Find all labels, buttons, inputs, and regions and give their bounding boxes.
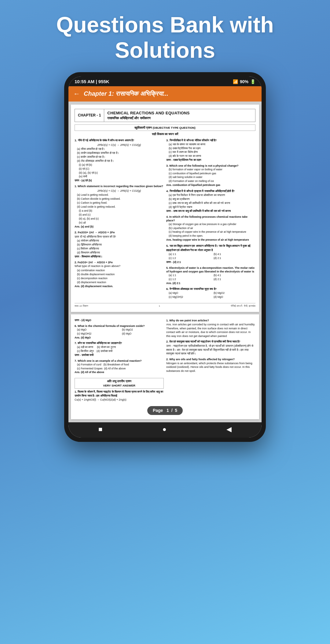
q2-en-d: (d) displacement reaction [75, 281, 164, 284]
r-q5-en-title: 5. Electrolysis of water is a decomposit… [166, 266, 255, 274]
p2-q6-opts: (a) MgO (c) Mg(OH)2 (b) MgO2 (d) MgO [75, 328, 164, 336]
q1-en-iv: (iv) all [75, 221, 164, 225]
r-q4-b: (b) वायु का द्रवीकरण [166, 198, 255, 201]
r-q4-en-a: (a) Storage of oxygen gas at low pressur… [166, 223, 255, 226]
phone-screen: 10:55 AM | 955K 📶 90% 🔋 ← Chapter 1: रास… [68, 76, 262, 438]
question-1: 1. नीचे दी गई अभिक्रिया के संबंध में कौन… [75, 138, 164, 183]
p2-q7-hindi: 7. कौन सा रासायनिक अभिक्रिया का उदाहरण ह… [75, 341, 164, 357]
page-label: Page [153, 408, 163, 413]
r-q5-en-col1: (a) 1:1 (c) 1:2 [166, 274, 211, 282]
page-indicator-container: Page 1 / 5 [75, 406, 255, 415]
r-q4-ans: उत्तर - उच्च ताप पर वायु की उपस्थिति में… [166, 209, 255, 213]
pages-container: CHAPTER - 1 CHEMICAL REACTIONS AND EQUAT… [68, 102, 262, 423]
chapter-title-hi: रासायनिक अभिक्रियाएँ और समीकरण [107, 116, 252, 120]
r-q3-en-title: 3. Which one of the following is not a p… [166, 164, 255, 168]
header-title: Chapter 1: रासायनिक अभिक्रिया... [84, 90, 168, 97]
r-q3-en-d: (d) salt being soluble in water [166, 176, 255, 179]
q1-opt-a: (a) सीसा अपचयित हो रहा है। [75, 147, 164, 151]
footer-left: कक्षा-10 विज्ञान [75, 304, 88, 308]
q1-sub-iii: (iii) (a), (b) एवं (c) [75, 171, 164, 175]
r-q4-a: (a) एक गैस सिलेंडर में निम्न दाब पर ऑक्स… [166, 194, 255, 197]
q1-en-ans: Ans. (a) and (b) [75, 225, 164, 229]
q2-en-b: (b) double displacement reaction [75, 273, 164, 276]
r-q5-opt-1: (a) 1:1 (c) 1:2 [166, 253, 211, 261]
page-1: CHAPTER - 1 CHEMICAL REACTIONS AND EQUAT… [71, 105, 259, 312]
status-bar: 10:55 AM | 955K 📶 90% 🔋 [68, 76, 262, 86]
p2-vsq1-eq: Cu(s) + 2AgNO3(l) → Cu(NO3)2(al) + 2Ag(s… [75, 398, 164, 402]
r-q4-en-ans: Ans. heating copper wire in the presence… [166, 238, 255, 242]
p2-r-q1-ans: Ans. Iron articles get corroded by comin… [166, 323, 255, 338]
q2-en-a: (a) combination reaction [75, 269, 164, 272]
r-q3-en-e: (d) Formation of water on melting of ice [166, 180, 255, 183]
r-q6-hindi: 6. मैग्नीशियम ऑक्साइड का रासायनिक सूत्र … [166, 287, 255, 299]
chapter-header: CHAPTER - 1 CHEMICAL REACTIONS AND EQUAT… [75, 109, 255, 122]
back-button[interactable]: ← [73, 90, 80, 98]
page-indicator-pill: Page 1 / 5 [147, 406, 183, 415]
r-q4-en: 4. In which of the following processes c… [166, 215, 255, 242]
question-2-en: 2. Fe2O3+ 2Al → Al2O3 + 2Fe What type of… [75, 261, 164, 288]
q1-en-eq: 2PbO(s) + C(s) → 2Pb(S) + CO2(g) [75, 189, 164, 193]
p2-q7-c: (c) किरमित अंगूर (d) उपरोक्त सभी [75, 350, 164, 353]
page-footer: कक्षा-10 विज्ञान 1 जैसिई आर.टी. रौथी, झा… [75, 303, 255, 308]
p2-q6-en: 6. What is the chemical formula of magne… [75, 324, 164, 339]
q1-opt-c: (c) कार्बन उपचयित हो रहा है। [75, 155, 164, 159]
q2-en-c: (c) decomposition reaction [75, 277, 164, 280]
r-q3-en-ans: Ans. combustion of liquefied petroleum g… [166, 183, 255, 187]
r-q3-ans: उत्तर - दबाव पेट्रोलियम गैस का दहन [166, 158, 255, 162]
section-header: बहुविकल्पी प्रश्न (OBJECTIVE TYPE QUESTI… [75, 124, 255, 131]
right-column: 3. निम्नलिखित में से कौन-सा भौतिक परिवर्… [166, 138, 255, 301]
q2-c: (c) वियोजन अभिक्रिया [75, 247, 164, 251]
r-q6-num: 6. मैग्नीशियम ऑक्साइड का रासायनिक सूत्र … [166, 287, 255, 291]
r-q4-en-title: 4. In which of the following processes c… [166, 215, 255, 223]
r-q3-c: (c) जल में लवण का विलेय होना [166, 150, 255, 154]
q1-opt-b: (b) कार्बन डाइऑक्साइड उपचयित हो रहा है। [75, 151, 164, 155]
q1-sub-ii: (ii) एवं (C) [75, 167, 164, 171]
q1-en-b: (b) Carbon dioxide is getting oxidised. [75, 197, 164, 201]
p2-vsq1: 1. सिल्वर के शोधन में, सिल्वर नाइट्रेट क… [75, 390, 164, 402]
r-q3-hindi: 3. निम्नलिखित में से कौन-सा भौतिक परिवर्… [166, 138, 255, 162]
signal-icon: 📶 [233, 79, 238, 84]
r-q5-hindi: 5. जल का विद्युत-अपघटन एक अपघटन अभिक्रिय… [166, 244, 255, 264]
p2-r-q2-num: 2. तेल एवं वसायुक्त खाद्य पदार्थों को ना… [166, 340, 255, 344]
p2-r-q2-en: 2. Why are oils and fatty foods affected… [166, 357, 255, 373]
r-q5-opts: (a) 1:1 (c) 1:2 (b) 4:1 (d) 2:1 [166, 253, 255, 261]
r-q5-num: 5. जल का विद्युत-अपघटन एक अपघटन अभिक्रिय… [166, 244, 255, 252]
r-q5-en-col2: (b) 4:1 (d) 2:1 [211, 274, 255, 282]
battery-icon: 🔋 [250, 79, 255, 84]
q1-en-ii: (ii) and (c) [75, 213, 164, 217]
r-q5-opt-2: (b) 4:1 (d) 2:1 [211, 253, 255, 261]
q1-sub-iv: (iv) सभी [75, 175, 164, 179]
q2-d: (d) विस्थापन अभिक्रिया [75, 251, 164, 255]
r-q3-a: (a) जल के वाष्पन पर जलवाष्प का बनना [166, 143, 255, 146]
p2-q7-en-c: (c) Fermented Grapes (d) All of the abov… [75, 367, 164, 371]
nav-square-button[interactable]: ■ [98, 425, 102, 433]
camera-bump [162, 79, 180, 84]
p2-r-q2-en-ans: Nitrogen is an antioxidant, which protec… [166, 361, 255, 373]
p2-q7-en-ans: Ans. (d) All of the above [75, 371, 164, 374]
r-q3-en: 3. Which one of the following is not a p… [166, 164, 255, 187]
chapter-label: CHAPTER - 1 [75, 109, 104, 122]
p2-q7-ans: उत्तर - उपरोक्त सभी [75, 353, 164, 357]
section-subheader: सही विकल्प का चयन करें [75, 132, 255, 136]
r-q6-opts: (a) MgO (c) Mg(OH)2 (b) MgO2 (d) MgO [166, 291, 255, 299]
q2-en-ans: Ans. (d) displacement reaction. [75, 285, 164, 288]
q1-en-a: (a) Lead is getting reduced. [75, 193, 164, 197]
questions-columns: 1. नीचे दी गई अभिक्रिया के संबंध में कौन… [75, 138, 255, 301]
nav-back-button[interactable]: ◀ [226, 425, 232, 433]
p2-r-q2-hindi: 2. तेल एवं वसायुक्त खाद्य पदार्थों को ना… [166, 340, 255, 356]
q1-en-c: (c) Carbon is getting fixed. [75, 201, 164, 205]
p2-q6-col2: (b) MgO2 (d) MgO [119, 328, 164, 336]
q1-number: 1. नीचे दी गई अभिक्रिया के संबंध में कौन… [75, 138, 164, 142]
left-column: 1. नीचे दी गई अभिक्रिया के संबंध में कौन… [75, 138, 164, 301]
p2-r-q1: 1. Why do we paint iron articles? Ans. I… [166, 319, 255, 338]
nav-home-button[interactable]: ● [162, 425, 166, 433]
p2-q-mgO: उत्तर - (d) MgO [75, 319, 164, 322]
q2-en-title: 2. Fe2O3+ 2Al → Al2O3 + 2Fe [75, 261, 164, 265]
r-q5-en-ans: Ans. (d) 2:1 [166, 282, 255, 285]
r-q5-en-opts: (a) 1:1 (c) 1:2 (b) 4:1 (d) 2:1 [166, 274, 255, 282]
chapter-title-block: CHEMICAL REACTIONS AND EQUATIONS रासायनि… [104, 109, 255, 122]
q1-en-title: 1. Which statement is incorrect regardin… [75, 184, 164, 188]
r-q5-ans: उत्तर - (d) 2:1 [166, 261, 255, 264]
q1-ans: उत्तर - (a) एवं (b) [75, 179, 164, 183]
r-q3-en-b: (b) formation of water vapor on boiling … [166, 168, 255, 172]
